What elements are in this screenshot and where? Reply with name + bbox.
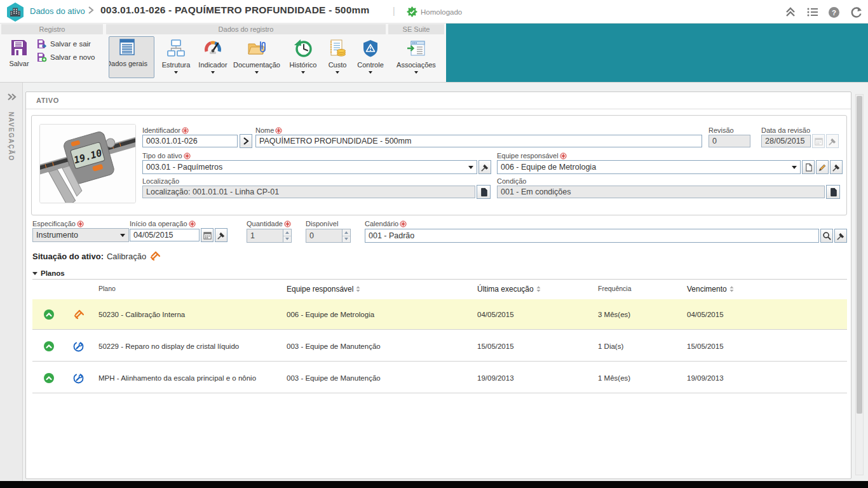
tab-associacoes[interactable]: Associações bbox=[391, 36, 442, 74]
row-expand-icon[interactable] bbox=[43, 331, 55, 362]
equipe-label: Equipe responsável bbox=[497, 152, 567, 159]
equipe-select[interactable]: 006 - Equipe de Metrologia bbox=[497, 160, 801, 174]
equipe-edit-button[interactable] bbox=[816, 160, 829, 174]
history-icon bbox=[293, 38, 313, 58]
quantidade-input bbox=[247, 229, 283, 243]
tab-indicador[interactable]: Indicador bbox=[196, 36, 230, 74]
plan-row[interactable]: 50229 - Reparo no display de cristal líq… bbox=[32, 331, 847, 362]
situacao-label: Situação do ativo: bbox=[32, 252, 104, 261]
calendario-search-button[interactable] bbox=[820, 229, 833, 243]
inicio-operacao-input[interactable] bbox=[130, 229, 200, 241]
save-exit-button[interactable]: Salvar e sair bbox=[37, 39, 91, 49]
gauge-icon bbox=[203, 38, 223, 58]
wrench-icon bbox=[73, 363, 84, 393]
save-new-button[interactable]: Salvar e novo bbox=[37, 52, 95, 62]
column-equipe[interactable]: Equipe responsável bbox=[287, 285, 360, 294]
plan-row[interactable]: 50230 - Calibração Interna 006 - Equipe … bbox=[32, 299, 847, 330]
list-view-icon[interactable] bbox=[806, 6, 819, 18]
asset-photo[interactable]: 19.10 bbox=[39, 124, 136, 203]
help-icon[interactable]: ? bbox=[828, 6, 841, 18]
collapse-header-icon[interactable] bbox=[784, 6, 797, 18]
save-exit-icon bbox=[37, 39, 47, 49]
search-icon bbox=[822, 231, 832, 241]
dropdown-caret-icon bbox=[414, 71, 418, 74]
scrollbar-thumb[interactable] bbox=[857, 96, 862, 414]
equipe-view-button[interactable] bbox=[802, 160, 815, 174]
ribbon-teal-fill bbox=[446, 24, 868, 82]
required-icon bbox=[77, 220, 84, 227]
save-button[interactable]: Salvar bbox=[4, 36, 34, 67]
column-vencimento[interactable]: Vencimento bbox=[687, 285, 734, 294]
ribbon-group-dados: Dados do registro bbox=[106, 24, 386, 34]
tab-historico[interactable]: Histórico bbox=[285, 36, 321, 74]
vertical-scrollbar[interactable] bbox=[855, 94, 864, 475]
clean-brush-icon bbox=[836, 231, 846, 241]
asset-fieldset: 19.10 Identificador Nome Revisão Data da… bbox=[31, 115, 847, 215]
page-title: 003.01.01-026 - PAQUÍMETRO PROFUNDIDADE … bbox=[100, 4, 369, 16]
caliper-icon[interactable] bbox=[149, 251, 160, 262]
sort-icon bbox=[729, 285, 734, 293]
content-backdrop: ATIVO 19.10 bbox=[23, 83, 868, 481]
required-icon bbox=[400, 220, 407, 227]
ribbon-toolbar: Registro Dados do registro SE Suite Salv… bbox=[0, 24, 868, 83]
clean-brush-icon bbox=[828, 137, 837, 146]
quantidade-label: Quantidade bbox=[247, 220, 291, 227]
tab-controle[interactable]: Controle bbox=[353, 36, 388, 74]
plan-name: 50230 - Calibração Interna bbox=[98, 299, 185, 330]
required-icon bbox=[560, 152, 567, 159]
condicao-input bbox=[497, 186, 825, 198]
inicio-operacao-calendar-button[interactable] bbox=[201, 228, 214, 242]
control-shield-icon bbox=[360, 38, 381, 58]
nav-expand-icon[interactable] bbox=[6, 92, 17, 105]
asset-panel: ATIVO 19.10 bbox=[25, 92, 851, 479]
equipe-clear-button[interactable] bbox=[830, 160, 843, 174]
select-caret-icon bbox=[468, 166, 473, 169]
dropdown-caret-icon bbox=[369, 71, 372, 74]
plan-row[interactable]: MPH - Alinhamento da escala principal e … bbox=[32, 363, 847, 393]
refresh-icon[interactable] bbox=[850, 6, 862, 18]
status-label: Homologado bbox=[421, 8, 462, 16]
chevron-right-icon bbox=[242, 137, 250, 146]
navigation-strip: NAVEGAÇÃO bbox=[0, 83, 23, 481]
localizacao-detail-button[interactable] bbox=[477, 185, 491, 199]
inicio-operacao-label: Início da operação bbox=[130, 220, 196, 227]
plan-due-date: 19/09/2013 bbox=[687, 363, 724, 393]
nome-input[interactable] bbox=[255, 135, 702, 147]
row-expand-icon[interactable] bbox=[43, 299, 55, 330]
situacao-value: Calibração bbox=[107, 252, 146, 261]
localizacao-label: Localização bbox=[142, 177, 179, 185]
row-expand-icon[interactable] bbox=[43, 363, 55, 393]
identificador-go-button[interactable] bbox=[240, 134, 252, 148]
plan-frequency: 3 Mês(es) bbox=[598, 299, 630, 330]
tipo-ativo-clear-button[interactable] bbox=[478, 160, 491, 174]
select-caret-icon bbox=[120, 234, 125, 237]
pencil-icon bbox=[818, 163, 827, 172]
title-separator: | bbox=[393, 6, 395, 16]
breadcrumb-chevron-icon bbox=[88, 6, 94, 17]
identificador-input[interactable] bbox=[142, 135, 238, 147]
tipo-ativo-select[interactable]: 003.01 - Paquímetros bbox=[142, 160, 477, 174]
disponivel-input bbox=[306, 229, 342, 243]
localizacao-input bbox=[142, 186, 475, 198]
tab-documentacao[interactable]: Documentação bbox=[231, 36, 282, 74]
tab-dados-gerais[interactable]: Dados gerais bbox=[109, 36, 154, 78]
planos-section-toggle[interactable]: Planos bbox=[32, 269, 65, 277]
dropdown-caret-icon bbox=[336, 71, 339, 74]
tab-estrutura-label: Estrutura bbox=[162, 61, 191, 69]
structure-icon bbox=[166, 38, 186, 58]
disponivel-spinner bbox=[342, 229, 351, 243]
plan-frequency: 1 Mês(es) bbox=[598, 363, 630, 393]
tab-estrutura[interactable]: Estrutura bbox=[158, 36, 194, 74]
tab-custo[interactable]: Custo bbox=[323, 36, 352, 74]
section-title: ATIVO bbox=[36, 97, 59, 104]
save-new-icon bbox=[37, 52, 47, 62]
column-ultima-execucao[interactable]: Última execução bbox=[477, 285, 541, 294]
condicao-detail-button[interactable] bbox=[826, 185, 840, 199]
plan-team: 003 - Equipe de Manutenção bbox=[287, 363, 381, 393]
inicio-operacao-clear-button[interactable] bbox=[215, 228, 227, 242]
data-revisao-label: Data da revisão bbox=[761, 126, 810, 134]
documentation-folder-icon bbox=[247, 38, 267, 58]
collapse-caret-icon bbox=[32, 272, 37, 275]
calendario-input[interactable] bbox=[365, 229, 819, 243]
calendario-clear-button[interactable] bbox=[834, 229, 847, 243]
